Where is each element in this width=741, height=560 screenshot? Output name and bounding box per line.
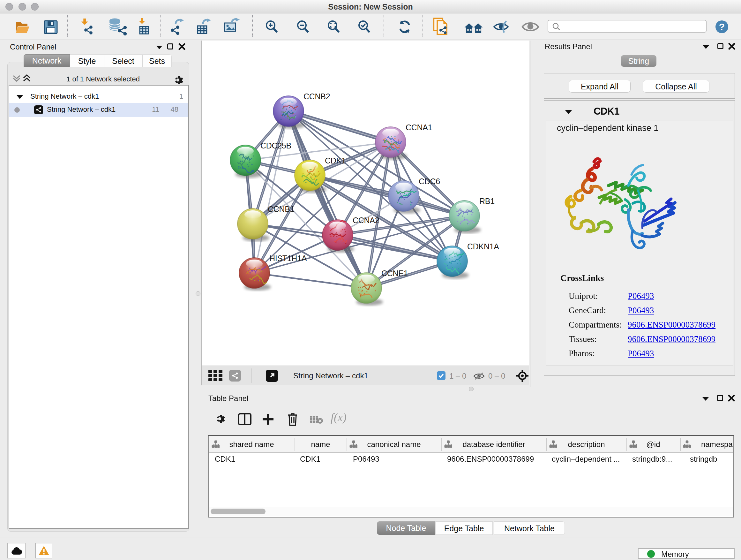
- svg-text:RB1: RB1: [479, 197, 495, 206]
- svg-text:CDK1: CDK1: [325, 156, 346, 165]
- svg-text:HIST1H1A: HIST1H1A: [269, 254, 307, 263]
- svg-text:CCNE1: CCNE1: [381, 269, 408, 278]
- svg-text:CDC6: CDC6: [419, 177, 440, 186]
- svg-text:CCNA1: CCNA1: [406, 123, 432, 132]
- svg-text:CDC25B: CDC25B: [260, 141, 291, 150]
- svg-text:CDKN1A: CDKN1A: [467, 242, 499, 251]
- svg-text:CCNA2: CCNA2: [353, 216, 379, 225]
- svg-text:CCNB2: CCNB2: [304, 92, 330, 101]
- svg-text:CCNB1: CCNB1: [268, 205, 294, 213]
